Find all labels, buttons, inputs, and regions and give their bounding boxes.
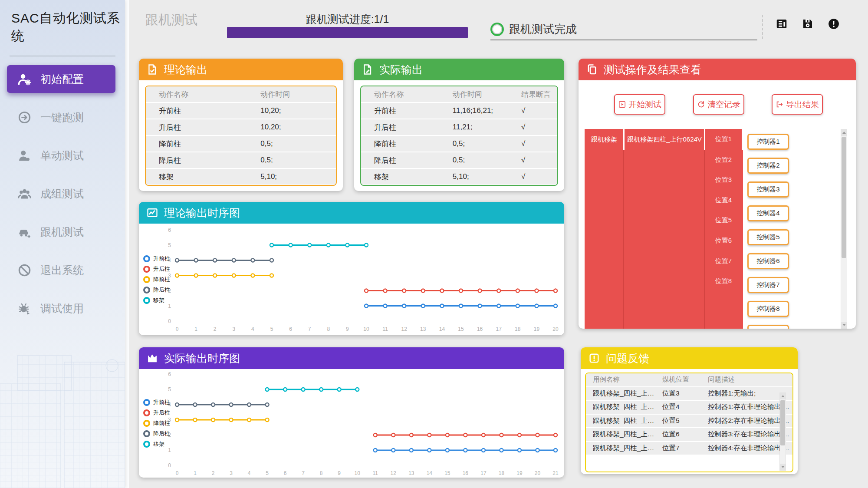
scroll-down-icon[interactable] <box>841 322 847 328</box>
legend-item[interactable]: 升后柱 <box>143 265 170 273</box>
case-cell[interactable]: 跟机移架四柱_上行0624V <box>625 129 704 150</box>
controller-button-partial[interactable] <box>747 325 789 329</box>
svg-text:2: 2 <box>214 326 217 332</box>
controller-button-5[interactable]: 控制器5 <box>747 229 789 245</box>
clear-records-button[interactable]: 清空记录 <box>693 94 744 115</box>
table-cell: 位置7 <box>655 444 701 453</box>
legend-item[interactable]: 移架 <box>143 297 170 304</box>
sidebar-item-group-test[interactable]: 成组测试 <box>7 180 115 208</box>
sidebar-item-debug-use[interactable]: 调试使用 <box>7 294 115 322</box>
alert-circle-icon[interactable] <box>827 17 840 30</box>
export-results-button[interactable]: 导出结果 <box>772 94 823 115</box>
legend-item[interactable]: 降后柱 <box>143 430 170 438</box>
svg-text:6: 6 <box>168 227 171 233</box>
table-header-row: 动作名称动作时间 <box>146 86 336 103</box>
table-cell: 升前柱 <box>146 106 247 116</box>
theory-chart-body: 升前柱升后柱降前柱降后柱移架 0123456012345678910111213… <box>139 224 564 335</box>
legend-item[interactable]: 移架 <box>143 440 170 448</box>
chart-area-icon <box>146 352 158 364</box>
sidebar-item-label: 一键跑测 <box>40 110 84 125</box>
svg-text:18: 18 <box>515 326 521 332</box>
table-row: 降前柱0,5; <box>146 136 336 152</box>
svg-text:3: 3 <box>232 326 235 332</box>
controller-button-1[interactable]: 控制器1 <box>747 134 789 150</box>
column-header: 动作名称 <box>146 89 247 99</box>
svg-text:10: 10 <box>355 470 361 476</box>
controller-button-2[interactable]: 控制器2 <box>747 158 789 174</box>
theory-chart-header: 理论输出时序图 <box>139 202 564 224</box>
svg-text:0: 0 <box>176 470 179 476</box>
position-item-1[interactable]: 位置1 <box>705 129 742 149</box>
controller-button-8[interactable]: 控制器8 <box>747 301 789 317</box>
save-icon[interactable] <box>801 17 814 30</box>
sidebar-item-single-test[interactable]: 单动测试 <box>7 142 115 169</box>
sidebar-item-one-key-run[interactable]: 一键跑测 <box>7 103 115 131</box>
legend-ring-icon <box>143 255 150 262</box>
table-cell: 11,16;16,21; <box>440 106 508 115</box>
start-test-button[interactable]: 开始测试 <box>614 94 665 115</box>
legend-label: 降后柱 <box>153 430 170 438</box>
progress-label: 跟机测试进度:1/1 <box>227 12 468 26</box>
ops-scrollbar[interactable] <box>841 129 847 329</box>
theory-output-header: 理论输出 <box>139 59 343 80</box>
controller-button-3[interactable]: 控制器3 <box>747 181 789 198</box>
position-item-8[interactable]: 位置8 <box>705 271 742 291</box>
svg-text:16: 16 <box>477 326 483 332</box>
group-cell[interactable]: 跟机移架 <box>585 129 624 150</box>
svg-text:4: 4 <box>248 470 251 476</box>
legend-item[interactable]: 升前柱 <box>143 399 170 406</box>
position-item-6[interactable]: 位置6 <box>705 231 742 251</box>
panel-title: 实际输出时序图 <box>164 351 240 366</box>
sidebar-item-init-config[interactable]: 初始配置 <box>7 65 115 93</box>
test-case-grid: 跟机移架 跟机移架四柱_上行0624V 位置1位置2位置3位置4位置5位置6位置… <box>585 129 743 329</box>
controller-button-6[interactable]: 控制器6 <box>747 253 789 269</box>
scroll-up-icon[interactable] <box>841 129 847 136</box>
report-icon[interactable] <box>775 17 788 30</box>
actual-output-table: 动作名称动作时间结果断言升前柱11,16;16,21;√升后柱11,21;√降前… <box>360 86 558 186</box>
position-item-3[interactable]: 位置3 <box>705 170 742 190</box>
scroll-up-icon[interactable] <box>780 393 786 399</box>
sidebar-item-label: 调试使用 <box>40 301 84 316</box>
position-item-5[interactable]: 位置5 <box>705 210 742 231</box>
table-row: 升前柱11,16;16,21;√ <box>361 103 557 119</box>
car-icon <box>17 225 32 239</box>
svg-text:15: 15 <box>444 470 450 476</box>
arrow-circle-icon <box>17 110 32 125</box>
scroll-down-icon[interactable] <box>780 464 786 470</box>
svg-text:21: 21 <box>552 470 559 476</box>
legend-label: 升后柱 <box>153 409 170 417</box>
position-item-2[interactable]: 位置2 <box>705 150 742 170</box>
table-cell: 位置5 <box>655 416 701 425</box>
svg-text:2: 2 <box>212 470 215 476</box>
table-row: 跟机移架_四柱_上行...位置3控制器1:无输出; <box>586 387 792 401</box>
table-cell: 跟机移架_四柱_上行... <box>586 416 655 425</box>
chart-legend: 升前柱升后柱降前柱降后柱移架 <box>143 399 170 448</box>
toolbar-divider <box>762 15 763 39</box>
svg-text:8: 8 <box>320 470 323 476</box>
svg-text:5: 5 <box>266 470 269 476</box>
sidebar: SAC自动化测试系统 初始配置一键跑测单动测试成组测试跟机测试退出系统调试使用 <box>0 0 125 488</box>
svg-text:6: 6 <box>289 326 292 332</box>
button-label: 开始测试 <box>628 99 661 110</box>
svg-text:17: 17 <box>480 470 487 476</box>
scrollbar-thumb[interactable] <box>842 137 846 258</box>
legend-item[interactable]: 降前柱 <box>143 419 170 427</box>
feedback-scrollbar[interactable] <box>779 392 786 471</box>
legend-item[interactable]: 升前柱 <box>143 255 170 263</box>
copy-icon <box>586 63 598 76</box>
sidebar-item-follow-test[interactable]: 跟机测试 <box>7 218 115 246</box>
svg-text:6: 6 <box>284 470 287 476</box>
legend-item[interactable]: 升后柱 <box>143 409 170 417</box>
position-item-7[interactable]: 位置7 <box>705 251 742 271</box>
status-underline <box>490 40 757 40</box>
table-row: 跟机移架_四柱_上行...位置5控制器2:存在非理论输出;控制器3:无... <box>586 415 792 429</box>
panel-title: 测试操作及结果查看 <box>604 63 701 77</box>
legend-item[interactable]: 降后柱 <box>143 286 170 294</box>
sidebar-item-exit-system[interactable]: 退出系统 <box>7 256 115 284</box>
scrollbar-thumb[interactable] <box>780 400 785 445</box>
position-item-4[interactable]: 位置4 <box>705 190 742 211</box>
legend-item[interactable]: 降前柱 <box>143 276 170 284</box>
controller-button-4[interactable]: 控制器4 <box>747 205 789 221</box>
controller-button-7[interactable]: 控制器7 <box>747 277 789 293</box>
actual-output-header: 实际输出 <box>354 59 564 80</box>
